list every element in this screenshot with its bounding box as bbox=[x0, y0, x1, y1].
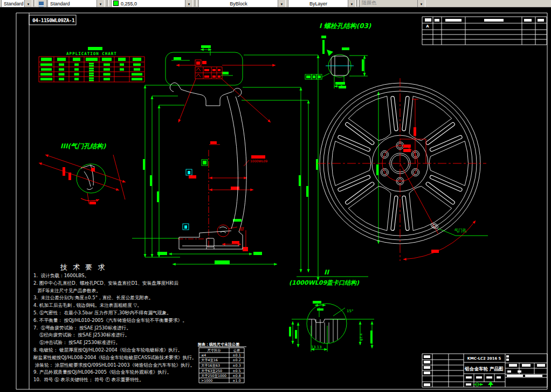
chevron-down-icon: ▼ bbox=[278, 0, 285, 7]
section-ref-1000wl09: 1000WL09 bbox=[250, 159, 267, 163]
appendix-cell: ±0.5 bbox=[232, 369, 240, 373]
appendix-cell: ±1.0 bbox=[232, 379, 240, 382]
detail2-angle-dim: 15° bbox=[347, 309, 353, 313]
titleblock-drawing-title: 铝合金车轮 产品图 bbox=[465, 366, 504, 372]
appendix-cell: 大于63至250 bbox=[201, 369, 222, 373]
appendix-cell: ±0.8 bbox=[232, 374, 240, 377]
lineweight-dropdown[interactable]: ByLayer▼ bbox=[288, 0, 356, 8]
appendix-cell: 大于4至16 bbox=[201, 358, 218, 362]
tech-req-line: 2. 图中中心孔直径D、螺栓孔PCD、安装盘直径D1、安装盘厚度H和后 bbox=[33, 280, 178, 286]
tech-req-line: Ⓢ径向疲劳试验： 按SAE J2530标准进行。 bbox=[33, 332, 129, 338]
tech-req-line: 1. 设计负载：1600LBS。 bbox=[33, 273, 89, 278]
properties-toolbar: Standard▼ Standard▼ 0,255,0▼ ByBlock▼ By… bbox=[0, 0, 551, 8]
drawing-canvas[interactable]: 04-1150WL09ZA-1 APPLICATION CHART I 螺栓孔结… bbox=[0, 0, 551, 392]
tech-req-line: 8. 电镀轮： 镀层厚度按QJ/HL002-2004《铝合金车轮电镀标准》执行。 bbox=[33, 347, 182, 353]
chevron-down-icon: ▼ bbox=[97, 0, 104, 7]
color-swatch bbox=[113, 1, 119, 6]
detail2-width-dim: 13.13 bbox=[311, 345, 321, 349]
layer-dropdown[interactable]: Standard▼ bbox=[47, 0, 105, 8]
section-ref-iii: III bbox=[239, 226, 244, 232]
valve-hole-label: 气门孔 bbox=[454, 228, 467, 233]
tech-req-line: 3. 未注公差分别为:角度±0.5°，直径、长度公差见附表。 bbox=[33, 295, 153, 300]
appendix-cell: ±0.1 bbox=[232, 353, 240, 357]
appendix-cell: ≤4 bbox=[201, 353, 206, 357]
color-dropdown[interactable]: 0,255,0▼ bbox=[111, 0, 193, 8]
appendix-cell: 尺寸区分 bbox=[207, 348, 221, 352]
tech-req-line: 10. 符号 Ⓢ 表示关键特性； 符号 Ⓕ 表示重要特性。 bbox=[33, 377, 144, 382]
chevron-down-icon: ▼ bbox=[185, 0, 192, 7]
layer-manager-button[interactable] bbox=[37, 0, 47, 8]
appendix-cell: >1000 bbox=[201, 379, 212, 382]
tech-req-line: 5. Ⓢ气密性： 在最小3.5bar 压力作用下,30秒内不得有漏气现象。 bbox=[33, 310, 171, 315]
appendix-tolerance-table: 尺寸区分公差≤4±0.1大于4至16±0.2大于16至63±0.3大于63至25… bbox=[201, 348, 241, 382]
titleblock-drawing-no: KMC-LC2 2016 5 bbox=[467, 356, 501, 361]
tech-req-line: 7. Ⓢ弯曲疲劳试验： 按SAE J2530标准进行。 bbox=[33, 325, 131, 331]
tech-req-line: 6. 不平衡量： 按QJ/HL010-2005《汽车铸造铝合金车轮不平衡量要求》… bbox=[33, 318, 187, 323]
chevron-down-icon: ▼ bbox=[24, 0, 32, 7]
detail-2-label: II bbox=[324, 269, 329, 276]
detail-3-title: III(气门孔结构) bbox=[60, 142, 106, 150]
tech-req-line: 耐盐雾性能按QJ/HL008-2004《铝合金车轮电镀层CASS试验技术要求》执… bbox=[33, 355, 196, 360]
tech-req-line: Ⓢ冲击试验： 按SAE J2530标准进行。 bbox=[33, 340, 120, 345]
revision-row-mark: A bbox=[426, 24, 429, 29]
linetype-dropdown[interactable]: ByBlock▼ bbox=[198, 0, 286, 8]
appendix-cell: ±0.3 bbox=[232, 363, 240, 367]
application-chart-title: APPLICATION CHART bbox=[66, 51, 117, 56]
tech-req-line: 9. 产品外观质量按QJ/HL006-2005《铝合金车轮外观标准》执行。 bbox=[33, 369, 171, 375]
detail-1-title: I 螺栓孔结构(03) bbox=[319, 22, 371, 30]
layers-icon bbox=[39, 2, 44, 5]
plot-style-dropdown: 随颜色▼ bbox=[359, 0, 425, 8]
cad-window: Standard▼ Standard▼ 0,255,0▼ ByBlock▼ By… bbox=[0, 0, 551, 392]
chevron-down-icon: ▼ bbox=[417, 0, 425, 7]
appendix-cell: 大于16至63 bbox=[201, 363, 220, 367]
tech-req-title: 技 术 要 求 bbox=[60, 263, 106, 271]
appendix-table-title: 附表：线性尺寸未注公差 bbox=[198, 342, 240, 347]
drawing-tab-label: 04-1150WL09ZA-1 bbox=[32, 17, 75, 23]
detail-2-subtitle: (1000WL09盖卡口结构) bbox=[289, 279, 360, 286]
tech-requirements-block: 1. 设计负载：1600LBS。2. 图中中心孔直径D、螺栓孔PCD、安装盘直径… bbox=[33, 273, 196, 382]
appendix-cell: ±0.2 bbox=[232, 358, 240, 362]
tech-req-line: 4. 机加工后去毛刺，锐边倒钝。未注表面粗糙度 ▽。 bbox=[33, 302, 142, 308]
tech-req-line: 距F等未注尺寸见产品参数表。 bbox=[33, 288, 101, 293]
style-dropdown[interactable]: Standard▼ bbox=[1, 0, 32, 8]
detail2-dia-dim: φ7.4 bbox=[359, 333, 363, 341]
appendix-cell: 公差 bbox=[233, 348, 240, 352]
appendix-cell: 大于250至1000 bbox=[201, 374, 226, 377]
tech-req-line: 涂装轮： 涂层性能要求按Q/09SHL001-2003《铸造铝合金汽车车轮》执行… bbox=[33, 362, 195, 368]
chevron-down-icon: ▼ bbox=[348, 0, 355, 7]
